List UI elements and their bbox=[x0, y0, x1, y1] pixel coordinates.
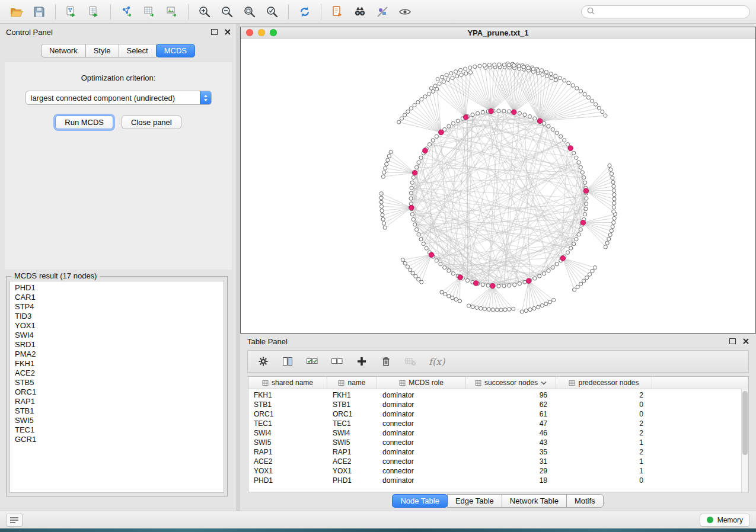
table-row[interactable]: PHD1PHD1dominator180 bbox=[248, 476, 748, 485]
cell-mcds-role[interactable]: dominator bbox=[377, 391, 466, 399]
cell-mcds-role[interactable]: dominator bbox=[377, 429, 466, 437]
cell-successor-nodes[interactable]: 29 bbox=[466, 467, 556, 475]
mcds-result-item[interactable]: TID3 bbox=[10, 312, 224, 321]
open-session-icon[interactable] bbox=[6, 3, 27, 21]
cell-predecessor-nodes[interactable]: 2 bbox=[556, 419, 652, 428]
cell-mcds-role[interactable]: connector bbox=[377, 419, 466, 428]
float-panel-icon[interactable] bbox=[211, 29, 218, 35]
search-input[interactable] bbox=[599, 7, 745, 17]
cell-successor-nodes[interactable]: 35 bbox=[466, 448, 556, 456]
cell-name[interactable]: YOX1 bbox=[327, 467, 377, 475]
column-header-shared-name[interactable]: shared name bbox=[248, 377, 327, 389]
mcds-result-item[interactable]: CAR1 bbox=[10, 293, 224, 302]
cell-shared-name[interactable]: ACE2 bbox=[248, 457, 327, 466]
cell-shared-name[interactable]: YOX1 bbox=[248, 467, 327, 475]
cell-name[interactable]: STB1 bbox=[327, 400, 377, 409]
network-canvas[interactable] bbox=[241, 39, 755, 334]
cell-name[interactable]: SWI5 bbox=[327, 438, 377, 447]
zoom-fit-icon[interactable] bbox=[239, 3, 260, 21]
mcds-result-item[interactable]: PMA2 bbox=[10, 350, 224, 359]
table-tab-motifs[interactable]: Motifs bbox=[566, 494, 604, 508]
table-tab-node-table[interactable]: Node Table bbox=[392, 494, 448, 508]
cell-successor-nodes[interactable]: 96 bbox=[466, 391, 556, 399]
cell-name[interactable]: RAP1 bbox=[327, 448, 377, 456]
split-panel-icon[interactable] bbox=[282, 355, 294, 367]
window-maximize-icon[interactable] bbox=[270, 29, 277, 36]
mcds-result-item[interactable]: SRD1 bbox=[10, 340, 224, 350]
cell-predecessor-nodes[interactable]: 2 bbox=[556, 429, 652, 437]
close-panel-icon[interactable] bbox=[225, 28, 231, 37]
zoom-out-icon[interactable] bbox=[216, 3, 238, 21]
cell-shared-name[interactable]: TEC1 bbox=[248, 419, 327, 428]
export-network-icon[interactable] bbox=[116, 3, 138, 21]
chevron-down-icon[interactable] bbox=[541, 381, 547, 385]
mcds-result-list[interactable]: PHD1CAR1STP4TID3YOX1SWI4SRD1PMA2FKH1ACE2… bbox=[9, 281, 224, 493]
mcds-result-item[interactable]: YOX1 bbox=[10, 321, 224, 331]
table-row[interactable]: STB1STB1dominator620 bbox=[248, 400, 748, 409]
mcds-result-item[interactable]: STB5 bbox=[10, 378, 224, 387]
column-header-successor-nodes[interactable]: successor nodes bbox=[466, 377, 556, 389]
cell-successor-nodes[interactable]: 47 bbox=[466, 419, 556, 428]
select-all-icon[interactable] bbox=[306, 355, 318, 367]
control-tab-style[interactable]: Style bbox=[85, 44, 119, 57]
cell-predecessor-nodes[interactable]: 1 bbox=[556, 457, 652, 466]
task-history-icon[interactable] bbox=[6, 514, 23, 527]
cell-mcds-role[interactable]: dominator bbox=[377, 410, 466, 418]
mcds-result-item[interactable]: FKH1 bbox=[10, 359, 224, 368]
cell-name[interactable]: TEC1 bbox=[327, 419, 377, 428]
cell-mcds-role[interactable]: connector bbox=[377, 438, 466, 447]
mcds-result-item[interactable]: GCR1 bbox=[10, 435, 224, 444]
cell-successor-nodes[interactable]: 61 bbox=[466, 410, 556, 418]
cell-predecessor-nodes[interactable]: 1 bbox=[556, 467, 652, 475]
control-tab-select[interactable]: Select bbox=[119, 44, 157, 57]
control-tab-network[interactable]: Network bbox=[41, 44, 86, 57]
network-titlebar[interactable]: YPA_prune.txt_1 bbox=[241, 27, 755, 39]
cell-predecessor-nodes[interactable]: 1 bbox=[556, 438, 652, 447]
cell-shared-name[interactable]: SWI5 bbox=[248, 438, 327, 447]
deselect-all-icon[interactable] bbox=[331, 355, 343, 367]
float-table-panel-icon[interactable] bbox=[729, 338, 736, 344]
criterion-select[interactable]: largest connected component (undirected) bbox=[25, 91, 212, 105]
show-details-icon[interactable] bbox=[394, 3, 416, 21]
table-row[interactable]: SWI5SWI5connector431 bbox=[248, 438, 748, 447]
cell-mcds-role[interactable]: connector bbox=[377, 457, 466, 466]
control-tab-mcds[interactable]: MCDS bbox=[156, 44, 195, 57]
cell-name[interactable]: ORC1 bbox=[327, 410, 377, 418]
cell-shared-name[interactable]: SWI4 bbox=[248, 429, 327, 437]
table-row[interactable]: ACE2ACE2connector311 bbox=[248, 457, 748, 466]
table-row[interactable]: TEC1TEC1connector472 bbox=[248, 419, 748, 428]
column-header-MCDS-role[interactable]: MCDS role bbox=[377, 377, 466, 389]
save-session-icon[interactable] bbox=[28, 3, 50, 21]
cell-predecessor-nodes[interactable]: 0 bbox=[556, 400, 652, 409]
memory-button[interactable]: Memory bbox=[700, 514, 750, 527]
close-panel-button[interactable]: Close panel bbox=[122, 116, 181, 129]
cell-name[interactable]: PHD1 bbox=[327, 476, 377, 485]
cell-shared-name[interactable]: RAP1 bbox=[248, 448, 327, 456]
cell-name[interactable]: FKH1 bbox=[327, 391, 377, 399]
import-network-icon[interactable] bbox=[61, 3, 82, 21]
zoom-selected-icon[interactable] bbox=[261, 3, 283, 21]
cell-predecessor-nodes[interactable]: 0 bbox=[556, 410, 652, 418]
table-row[interactable]: FKH1FKH1dominator962 bbox=[248, 390, 748, 400]
export-image-icon[interactable] bbox=[161, 3, 183, 21]
cell-mcds-role[interactable]: dominator bbox=[377, 400, 466, 409]
window-close-icon[interactable] bbox=[246, 29, 253, 36]
run-mcds-button[interactable]: Run MCDS bbox=[55, 116, 113, 129]
table-tab-edge-table[interactable]: Edge Table bbox=[447, 494, 502, 508]
cell-predecessor-nodes[interactable]: 0 bbox=[556, 476, 652, 485]
mcds-result-item[interactable]: ORC1 bbox=[10, 387, 224, 397]
mcds-result-item[interactable]: ACE2 bbox=[10, 368, 224, 378]
cell-shared-name[interactable]: FKH1 bbox=[248, 391, 327, 399]
column-header-predecessor-nodes[interactable]: predecessor nodes bbox=[556, 377, 652, 389]
cell-shared-name[interactable]: STB1 bbox=[248, 400, 327, 409]
cell-name[interactable]: SWI4 bbox=[327, 429, 377, 437]
mcds-result-item[interactable]: PHD1 bbox=[10, 283, 224, 293]
table-row[interactable]: ORC1ORC1dominator610 bbox=[248, 409, 748, 419]
settings-gear-icon[interactable] bbox=[257, 355, 269, 367]
cell-successor-nodes[interactable]: 31 bbox=[466, 457, 556, 466]
close-table-panel-icon[interactable] bbox=[743, 337, 749, 346]
cell-successor-nodes[interactable]: 46 bbox=[466, 429, 556, 437]
cell-predecessor-nodes[interactable]: 2 bbox=[556, 448, 652, 456]
import-table-icon[interactable] bbox=[84, 3, 105, 21]
mcds-result-item[interactable]: TEC1 bbox=[10, 425, 224, 435]
